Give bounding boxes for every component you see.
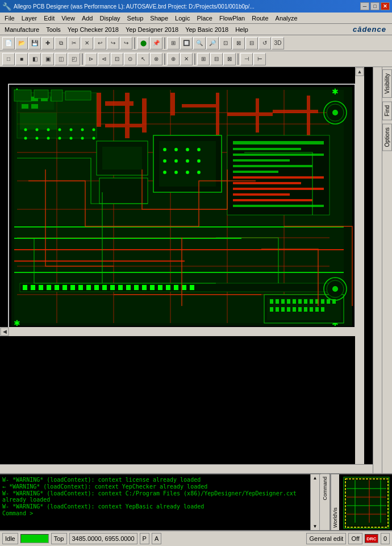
restore-button[interactable]: □ (370, 2, 380, 10)
toolbar-btn-zoom7[interactable]: ⊟ (245, 37, 258, 49)
close-button[interactable]: ✕ (381, 2, 390, 10)
menu-place[interactable]: Place (193, 14, 216, 23)
options-tab[interactable]: Options (382, 123, 392, 151)
menu2-yepdesigner[interactable]: Yep Designer 2018 (122, 25, 182, 34)
status-p[interactable]: P (140, 533, 149, 544)
status-number: 0 (381, 533, 390, 544)
svg-rect-136 (287, 307, 290, 312)
toolbar2-btn-t10[interactable]: ⊙ (124, 53, 136, 65)
menu-logic[interactable]: Logic (172, 14, 193, 23)
toolbar-btn-close2[interactable]: ✕ (81, 37, 93, 49)
toolbar-btn-pin[interactable]: 📌 (150, 37, 162, 49)
toolbar2-btn-t11[interactable]: ↖ (137, 53, 149, 65)
menu-edit[interactable]: Edit (40, 14, 58, 23)
svg-rect-138 (298, 307, 302, 312)
menu-view[interactable]: View (58, 14, 78, 23)
toolbar-btn-cut[interactable]: ✂ (68, 37, 80, 49)
svg-rect-61 (233, 165, 312, 167)
toolbar-btn-undo[interactable]: ↩ (94, 37, 106, 49)
toolbar-btn-save[interactable]: 💾 (28, 37, 41, 49)
toolbar-2: □■◧▣◫◰⊳⊲⊡⊙↖⊗⊕✕⊞⊟⊠⊣⊢ (0, 51, 392, 67)
toolbar2-btn-t3[interactable]: ◧ (28, 53, 41, 65)
svg-rect-57 (233, 141, 324, 144)
number-value: 0 (383, 535, 387, 542)
menu2-manufacture[interactable]: Manufacture (1, 25, 43, 34)
menu-setup[interactable]: Setup (124, 14, 147, 23)
visibility-tab[interactable]: Visibility (382, 69, 392, 98)
toolbar2-btn-t13[interactable]: ⊕ (167, 53, 180, 65)
toolbar-btn-redo1[interactable]: ↪ (107, 37, 119, 49)
toolbar-btn-zoom4[interactable]: 🔎 (206, 37, 219, 49)
toolbar-btn-zoom3[interactable]: 🔍 (193, 37, 206, 49)
svg-point-106 (36, 129, 39, 131)
svg-rect-29 (125, 93, 130, 138)
svg-rect-123 (281, 299, 285, 304)
toolbar2-btn-t6[interactable]: ◰ (68, 53, 80, 65)
toolbar-btn-redo2[interactable]: ↪ (120, 37, 132, 49)
toolbar-btn-new[interactable]: 📄 (2, 37, 15, 49)
console-label[interactable]: Command (321, 474, 329, 503)
toolbar-1: 📄📂💾✚⧉✂✕↩↪↪⬤📌⊞🔲🔍🔎⊡⊠⊟↺3D (0, 35, 392, 51)
scrollbar-right[interactable] (373, 67, 382, 473)
toolbar-btn-zoom6[interactable]: ⊠ (232, 37, 245, 49)
scrollbar-bottom[interactable] (0, 464, 373, 473)
svg-point-111 (93, 129, 95, 131)
toolbar-btn-zoom8[interactable]: ↺ (258, 37, 271, 49)
toolbar2-btn-t9[interactable]: ⊡ (111, 53, 123, 65)
menu2-yepchecker[interactable]: Yep Checker 2018 (64, 25, 122, 34)
a-flag: A (155, 535, 159, 542)
menu-file[interactable]: File (1, 14, 18, 23)
svg-point-50 (186, 159, 189, 163)
toolbar-btn-crosshair[interactable]: ✚ (41, 37, 54, 49)
mode-label: General edit (309, 535, 343, 542)
status-off[interactable]: Off (348, 533, 362, 544)
toolbar2-btn-t5[interactable]: ◫ (55, 53, 67, 65)
toolbar2-btn-t8[interactable]: ⊲ (98, 53, 110, 65)
menu2-tools[interactable]: Tools (43, 25, 64, 34)
toolbar2-btn-t15[interactable]: ⊞ (197, 53, 210, 65)
toolbar-btn-zoom2[interactable]: 🔲 (180, 37, 193, 49)
toolbar-btn-copy[interactable]: ⧉ (55, 37, 67, 49)
toolbar2-btn-t4[interactable]: ▣ (41, 53, 54, 65)
toolbar2-btn-t2[interactable]: ■ (15, 53, 28, 65)
toolbar-btn-circle[interactable]: ⬤ (137, 37, 149, 49)
toolbar2-btn-t18[interactable]: ⊣ (240, 53, 253, 65)
svg-rect-75 (23, 285, 27, 290)
menu2-yepbasic[interactable]: Yep Basic 2018 (182, 25, 232, 34)
svg-rect-96 (190, 285, 194, 290)
toolbar-btn-zoom5[interactable]: ⊡ (219, 37, 232, 49)
menu-add[interactable]: Add (78, 14, 97, 23)
worldview-label[interactable]: WorldVis (331, 474, 339, 530)
svg-rect-36 (256, 98, 259, 133)
svg-rect-126 (298, 299, 302, 304)
toolbar2-btn-t16[interactable]: ⊟ (210, 53, 223, 65)
toolbar-btn-open[interactable]: 📂 (15, 37, 28, 49)
menu2-help[interactable]: Help (232, 25, 252, 34)
status-a[interactable]: A (152, 533, 161, 544)
toolbar2-btn-t1[interactable]: □ (2, 53, 15, 65)
toolbar-btn-d3[interactable]: 3D (272, 37, 284, 49)
toolbar2-btn-t19[interactable]: ⊢ (253, 53, 266, 65)
console-scrollbar[interactable]: ▲ ▼ (310, 474, 319, 530)
svg-rect-93 (166, 285, 170, 290)
menu-flowplan[interactable]: FlowPlan (216, 14, 248, 23)
toolbar2-btn-t7[interactable]: ⊳ (85, 53, 97, 65)
toolbar2-btn-t14[interactable]: ✕ (180, 53, 193, 65)
status-layer[interactable]: Top (51, 533, 67, 544)
svg-point-145 (332, 110, 338, 115)
minimize-button[interactable]: ─ (360, 2, 369, 10)
menu-layer[interactable]: Layer (18, 14, 41, 23)
svg-rect-66 (233, 193, 290, 196)
canvas-area[interactable]: ✱ ✱ ✱ ✱ (0, 67, 382, 473)
menu-display[interactable]: Display (96, 14, 123, 23)
menu-shape[interactable]: Shape (147, 14, 172, 23)
console-log[interactable]: W- *WARNING* (loadContext): context lice… (0, 474, 310, 530)
menu-route[interactable]: Route (248, 14, 272, 23)
find-tab[interactable]: Find (382, 101, 392, 120)
toolbar2-btn-t12[interactable]: ⊗ (150, 53, 162, 65)
svg-rect-60 (233, 159, 290, 162)
toolbar2-btn-t17[interactable]: ⊠ (223, 53, 236, 65)
main-area: ✱ ✱ ✱ ✱ (0, 67, 392, 473)
menu-analyze[interactable]: Analyze (272, 14, 301, 23)
toolbar-btn-zoom1[interactable]: ⊞ (167, 37, 180, 49)
